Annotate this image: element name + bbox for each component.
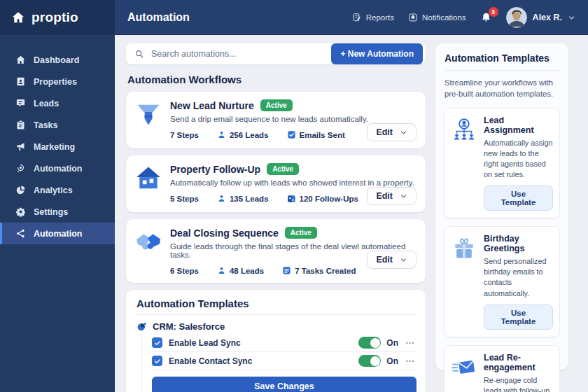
reports-label: Reports xyxy=(366,13,394,22)
template-description: Automatically assign new leads to the ri… xyxy=(484,138,553,180)
funnel-icon xyxy=(135,102,162,128)
workflow-stat: 48 Leads xyxy=(217,266,264,275)
main-content: + New Automation Automation Workflows Ne… xyxy=(115,35,588,392)
new-automation-button[interactable]: + New Automation xyxy=(331,43,423,64)
workflow-stat: 256 Leads xyxy=(217,130,269,139)
bell-button[interactable]: 3 xyxy=(480,12,492,24)
sidebar-item-analytics[interactable]: Analytics xyxy=(0,179,115,201)
home-logo-icon xyxy=(11,10,25,24)
edit-button[interactable]: Edit xyxy=(367,123,416,141)
report-icon xyxy=(352,13,362,22)
stat-text: 120 Follow-Ups xyxy=(300,195,358,203)
workflow-stat: 120 Follow-Ups xyxy=(287,194,358,203)
stat-text: 135 Leads xyxy=(230,195,269,203)
workflow-description: Automatically follow up with leads who s… xyxy=(170,178,416,187)
sidebar-item-tasks[interactable]: Tasks xyxy=(0,114,115,136)
sidebar-item-leads[interactable]: Leads xyxy=(0,92,115,114)
org-chart-icon xyxy=(451,115,477,211)
sidebar-item-automation-2[interactable]: Automation xyxy=(0,223,115,244)
sidebar-item-properties[interactable]: Properties xyxy=(0,71,115,92)
sidebar-item-settings[interactable]: Settings xyxy=(0,201,115,223)
stat-text: Emails Sent xyxy=(300,131,345,139)
status-badge: Active xyxy=(285,227,317,239)
workflow-stat: 135 Leads xyxy=(217,194,269,203)
stat-text: 6 Steps xyxy=(170,267,199,275)
tasks-icon xyxy=(15,120,26,130)
sidebar-item-label: Analytics xyxy=(34,186,73,195)
save-changes-button[interactable]: Save Changes xyxy=(152,377,416,392)
person-icon xyxy=(217,130,226,139)
toggle-switch[interactable] xyxy=(358,337,381,349)
sidebar-item-label: Tasks xyxy=(34,120,58,130)
workflow-card: Property Follow-UpActiveAutomatically fo… xyxy=(126,155,426,212)
template-card: Birthday GreetingsSend personalized birt… xyxy=(444,226,560,337)
sidebar-nav: DashboardPropertiesLeadsTasksMarketingAu… xyxy=(0,49,115,244)
edit-label: Edit xyxy=(376,191,393,201)
avatar xyxy=(506,7,527,28)
use-template-button[interactable]: Use Template xyxy=(484,186,553,211)
template-title: Lead Assignment xyxy=(484,115,553,135)
toggle-state-label: On xyxy=(386,338,398,348)
home-icon xyxy=(15,55,26,65)
user-menu[interactable]: Alex R. xyxy=(506,7,575,28)
sidebar-item-automation[interactable]: Automation xyxy=(0,158,115,179)
status-badge: Active xyxy=(267,163,299,175)
sidebar-item-label: Automation xyxy=(34,164,82,174)
checkbox[interactable] xyxy=(152,356,162,366)
chevron-down-icon xyxy=(400,129,407,136)
crm-cloud-icon xyxy=(136,321,147,332)
crm-setting-label: Enable Lead Sync xyxy=(169,338,241,348)
gift-icon xyxy=(451,234,477,329)
user-name: Alex R. xyxy=(533,13,562,22)
template-description: Re-engage cold leads with follow-up emai… xyxy=(484,375,553,392)
row-menu-button[interactable]: ⋯ xyxy=(404,337,416,348)
edit-button[interactable]: Edit xyxy=(367,251,416,269)
notifications-icon xyxy=(408,13,418,22)
workflows-heading: Automation Workflows xyxy=(127,74,426,85)
toggle-switch[interactable] xyxy=(358,355,381,367)
workflow-stat: 7 Tasks Created xyxy=(282,266,356,275)
stat-text: 7 Steps xyxy=(170,131,199,139)
workflow-card: New Lead NurtureActiveSend a drip email … xyxy=(126,92,426,148)
notifications-label: Notifications xyxy=(422,13,466,22)
templates-panel-subtitle: Streamline your workflows with pre-built… xyxy=(444,77,560,100)
search-input[interactable] xyxy=(150,48,326,59)
stat-text: 7 Tasks Created xyxy=(295,267,356,275)
sidebar-item-marketing[interactable]: Marketing xyxy=(0,136,115,158)
crm-setting-label: Enable Contact Sync xyxy=(169,356,252,366)
use-template-button[interactable]: Use Template xyxy=(484,304,553,330)
edit-button[interactable]: Edit xyxy=(367,187,416,205)
crm-settings-heading: Automation Templates xyxy=(136,298,416,309)
content-column: + New Automation Automation Workflows Ne… xyxy=(126,43,426,392)
notifications-link[interactable]: Notifications xyxy=(408,13,466,22)
template-card: Lead Re-engagementRe-engage cold leads w… xyxy=(444,345,560,392)
row-menu-button[interactable]: ⋯ xyxy=(404,356,416,366)
edit-label: Edit xyxy=(376,255,393,265)
divider xyxy=(135,314,416,315)
checkbox[interactable] xyxy=(152,337,162,348)
workflow-stat: Emails Sent xyxy=(287,130,345,139)
workflow-title: Property Follow-Up xyxy=(170,164,260,175)
marketing-icon xyxy=(15,141,26,152)
reports-link[interactable]: Reports xyxy=(352,13,394,22)
workflow-description: Send a drip email sequence to new leads … xyxy=(170,115,416,123)
search-icon xyxy=(134,49,144,59)
toggle-state-label: On xyxy=(386,356,398,366)
template-description: Send personalized birthday emails to con… xyxy=(484,256,553,298)
topbar-main: Automation Reports Notifications 3 Alex … xyxy=(115,0,588,35)
calendar-icon xyxy=(287,194,296,203)
chevron-down-icon xyxy=(400,192,407,200)
logo[interactable]: proptio xyxy=(0,0,115,35)
settings-icon xyxy=(15,206,26,217)
search-bar: + New Automation xyxy=(126,43,426,64)
workflow-list: New Lead NurtureActiveSend a drip email … xyxy=(126,92,426,290)
app-window: proptio Automation Reports Notifications… xyxy=(0,0,588,392)
sidebar-item-label: Marketing xyxy=(34,142,75,152)
topbar-actions: Reports Notifications 3 Alex R. xyxy=(352,7,575,28)
topbar: proptio Automation Reports Notifications… xyxy=(0,0,588,35)
sidebar-item-dashboard[interactable]: Dashboard xyxy=(0,49,115,71)
crm-group-body: Enable Lead SyncOn⋯Enable Contact SyncOn… xyxy=(141,334,416,392)
template-title: Birthday Greetings xyxy=(484,234,553,253)
person-icon xyxy=(217,266,226,275)
crm-rows: Enable Lead SyncOn⋯Enable Contact SyncOn… xyxy=(152,334,416,370)
